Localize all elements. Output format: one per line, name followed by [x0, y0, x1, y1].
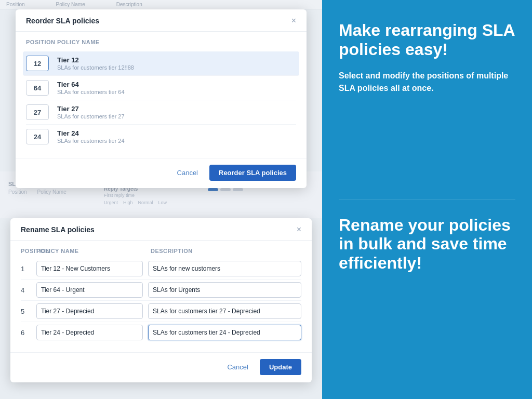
reorder-modal-title: Reorder SLA policies [26, 17, 99, 25]
rename-row-4-name-input[interactable] [36, 325, 143, 340]
rename-row-2-name-input[interactable] [36, 282, 143, 298]
promo-top-subtitle: Select and modify the positions of multi… [339, 70, 515, 95]
rename-row-4-desc-input[interactable] [148, 325, 301, 340]
rename-row-1-name-input[interactable] [36, 261, 143, 276]
reply-targets-section: Reply Targets First reply time Urgent Hi… [104, 186, 167, 205]
reorder-modal: Reorder SLA policies × Position Policy N… [16, 9, 307, 188]
reorder-row-4-name: Tier 24 [57, 129, 125, 137]
bg-dot-1 [208, 188, 218, 191]
rename-modal: Rename SLA policies × Position Policy Na… [10, 218, 312, 382]
rename-row-3: 5 [21, 301, 301, 322]
rename-row-3-pos: 5 [21, 308, 36, 315]
bg-table-header: Position Policy Name Description [0, 0, 322, 9]
bg-col-description: Description [116, 2, 142, 7]
reorder-row-4-info: Tier 24 SLAs for customers tier 24 [57, 129, 125, 144]
promo-bottom-title: Rename your policies in bulk and save ti… [339, 216, 515, 273]
rename-row-2-desc-input[interactable] [148, 282, 301, 298]
reorder-row-2-desc: SLAs for customers tier 64 [57, 89, 125, 95]
rename-row-4: 6 [21, 322, 301, 343]
reorder-row-3[interactable]: 27 Tier 27 SLAs for customers tier 27 [26, 100, 296, 125]
right-panel: Make rearranging SLA policies easy! Sele… [322, 0, 532, 399]
reorder-row-3-info: Tier 27 SLAs for customers tier 27 [57, 105, 125, 119]
rename-row-4-pos: 6 [21, 329, 36, 337]
rt-normal: Normal [138, 200, 153, 205]
rename-modal-title: Rename SLA policies [21, 225, 95, 234]
bg-pagination [208, 188, 243, 191]
rename-col-position-label: Position [21, 248, 36, 254]
reorder-row-2[interactable]: 64 Tier 64 SLAs for customers tier 64 [26, 76, 296, 100]
rename-modal-footer: Cancel Update [10, 352, 312, 382]
rt-high: High [123, 200, 133, 205]
reorder-row-1[interactable]: 12 Tier 12 SLAs for customers tier 12!!8… [23, 51, 299, 76]
rename-row-3-name-input[interactable] [36, 303, 143, 319]
reorder-row-4-pos: 24 [26, 129, 49, 144]
rt-sub-frt: First reply time [104, 193, 167, 198]
reorder-submit-button[interactable]: Reorder SLA policies [209, 165, 296, 181]
left-panel: Position Policy Name Description SLA Pol… [0, 0, 322, 399]
bg-dot-2 [220, 188, 231, 191]
reorder-col-position-label: Position [26, 39, 57, 45]
rename-col-name-label: Policy Name [36, 248, 145, 254]
reorder-row-2-pos: 64 [26, 80, 49, 96]
rename-row-2-pos: 4 [21, 286, 36, 294]
reorder-modal-body: Position Policy Name 12 Tier 12 SLAs for… [16, 32, 307, 158]
reorder-row-3-name: Tier 27 [57, 105, 125, 113]
promo-divider [339, 200, 515, 200]
rename-row-3-desc-input[interactable] [148, 303, 301, 319]
reorder-cancel-button[interactable]: Cancel [171, 166, 204, 180]
reorder-row-4[interactable]: 24 Tier 24 SLAs for customers tier 24 [26, 125, 296, 149]
rename-submit-button[interactable]: Update [260, 359, 301, 375]
sla-bg-col-name: Policy Name [37, 189, 66, 195]
reorder-row-4-desc: SLAs for customers tier 24 [57, 138, 125, 144]
rename-row-1: 1 [21, 258, 301, 280]
reorder-row-3-pos: 27 [26, 104, 49, 120]
rename-modal-body: Position Policy Name Description 1 4 5 [10, 241, 312, 352]
rename-cancel-button[interactable]: Cancel [221, 360, 254, 374]
sla-bg-col-pos: Position [8, 189, 27, 195]
rename-row-1-pos: 1 [21, 265, 36, 273]
bg-col-position: Position [6, 2, 25, 7]
rename-col-desc-label: Description [151, 248, 301, 254]
reorder-row-3-desc: SLAs for customers tier 27 [57, 113, 125, 119]
bg-dot-3 [233, 188, 243, 191]
rename-col-headers: Position Policy Name Description [21, 248, 301, 254]
promo-bottom: Rename your policies in bulk and save ti… [339, 216, 515, 379]
reorder-col-name-label: Policy Name [57, 39, 296, 45]
reorder-row-1-desc: SLAs for customers tier 12!!88 [57, 64, 134, 71]
reorder-row-2-info: Tier 64 SLAs for customers tier 64 [57, 81, 125, 95]
reorder-modal-footer: Cancel Reorder SLA policies [16, 158, 307, 188]
bg-col-policyname: Policy Name [56, 2, 85, 7]
reorder-modal-close[interactable]: × [291, 17, 296, 25]
reorder-col-headers: Position Policy Name [26, 39, 296, 47]
reorder-row-1-info: Tier 12 SLAs for customers tier 12!!88 [57, 56, 134, 71]
reorder-row-1-pos: 12 [26, 56, 49, 71]
reorder-row-1-name: Tier 12 [57, 56, 134, 64]
rename-modal-header: Rename SLA policies × [10, 218, 312, 241]
rename-row-2: 4 [21, 280, 301, 301]
rename-modal-close[interactable]: × [297, 225, 301, 234]
rt-urgent: Urgent [104, 200, 118, 205]
rt-low: Low [158, 200, 167, 205]
promo-top: Make rearranging SLA policies easy! Sele… [339, 21, 515, 184]
reorder-row-2-name: Tier 64 [57, 81, 125, 88]
promo-top-title: Make rearranging SLA policies easy! [339, 21, 515, 59]
rename-row-1-desc-input[interactable] [148, 261, 301, 276]
reorder-modal-header: Reorder SLA policies × [16, 9, 307, 32]
